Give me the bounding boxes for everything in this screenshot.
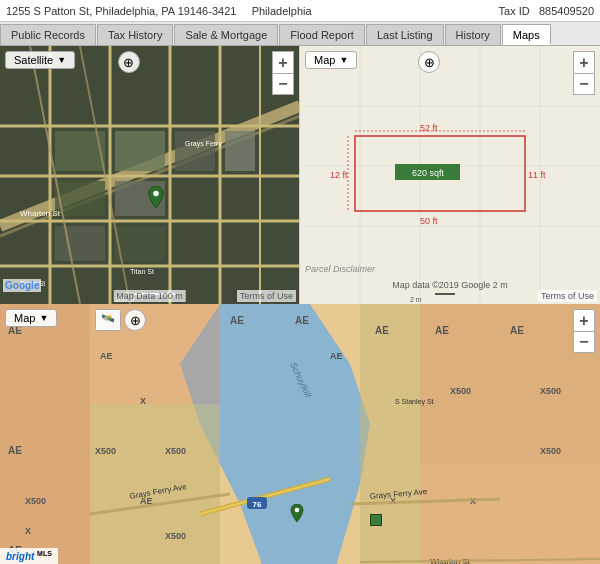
parcel-zoom-in-button[interactable]: + <box>573 51 595 73</box>
parcel-terms[interactable]: Terms of Use <box>538 290 597 302</box>
footer-brand: bright MLS <box>0 548 58 564</box>
parcel-map-bg: 52 ft 12 ft 11 ft 50 ft 620 sqft <box>300 46 600 304</box>
svg-text:11 ft: 11 ft <box>528 170 546 180</box>
city-text: Philadelphia <box>252 5 312 17</box>
parcel-zoom-out-button[interactable]: − <box>573 73 595 95</box>
svg-text:12 ft: 12 ft <box>330 170 348 180</box>
svg-point-95 <box>295 508 300 513</box>
svg-text:2 m: 2 m <box>410 296 422 303</box>
parcel-map-panel: 52 ft 12 ft 11 ft 50 ft 620 sqft <box>300 46 600 304</box>
svg-rect-19 <box>55 226 105 261</box>
svg-text:S Stanley St: S Stanley St <box>395 398 434 406</box>
address-text: 1255 S Patton St, Philadelphia, PA 19146… <box>6 5 236 17</box>
svg-text:AE: AE <box>8 445 22 456</box>
tab-maps[interactable]: Maps <box>502 24 551 45</box>
svg-text:AE: AE <box>100 351 113 361</box>
satellite-zoom-controls: + − <box>272 51 294 95</box>
satellite-terms[interactable]: Terms of Use <box>237 290 296 302</box>
svg-text:X500: X500 <box>540 446 561 456</box>
svg-text:Titan St: Titan St <box>130 268 154 275</box>
svg-text:52 ft: 52 ft <box>420 123 438 133</box>
taxid-value: 885409520 <box>539 5 594 17</box>
svg-text:X500: X500 <box>95 446 116 456</box>
parcel-disclaimer: Parcel Disclaimer <box>305 264 375 274</box>
parcel-map-container: 52 ft 12 ft 11 ft 50 ft 620 sqft <box>300 46 600 304</box>
svg-rect-56 <box>420 464 600 564</box>
svg-text:X500: X500 <box>165 446 186 456</box>
header: 1255 S Patton St, Philadelphia, PA 19146… <box>0 0 600 22</box>
flood-map-pin <box>288 504 306 526</box>
maps-row: Wharton St Grays Ferry Titan St Reed St … <box>0 46 600 304</box>
svg-text:76: 76 <box>253 500 262 509</box>
flood-zoom-out-button[interactable]: − <box>573 331 595 353</box>
svg-rect-50 <box>0 304 90 564</box>
flood-dropdown-arrow: ▼ <box>39 313 48 323</box>
svg-text:AE: AE <box>295 315 309 326</box>
svg-rect-15 <box>175 131 215 171</box>
tab-sale-mortgage[interactable]: Sale & Mortgage <box>174 24 278 45</box>
svg-rect-14 <box>115 131 165 171</box>
satellite-crosshair-button[interactable]: ⊕ <box>118 51 140 73</box>
tab-tax-history[interactable]: Tax History <box>97 24 173 45</box>
satellite-map-panel: Wharton St Grays Ferry Titan St Reed St … <box>0 46 300 304</box>
svg-point-29 <box>153 191 159 197</box>
flood-crosshair-button[interactable]: ⊕ <box>124 309 146 331</box>
flood-map-square-marker <box>370 514 382 526</box>
flood-zoom-in-button[interactable]: + <box>573 309 595 331</box>
svg-rect-54 <box>90 404 220 564</box>
svg-text:620 sqft: 620 sqft <box>412 168 445 178</box>
parcel-crosshair-button[interactable]: ⊕ <box>418 51 440 73</box>
tabs-bar: Public Records Tax History Sale & Mortga… <box>0 22 600 46</box>
taxid-label: Tax ID <box>499 5 530 17</box>
tab-history[interactable]: History <box>445 24 501 45</box>
satellite-map-svg: Wharton St Grays Ferry Titan St Reed St … <box>0 46 300 304</box>
svg-rect-47 <box>435 293 455 295</box>
svg-text:AE: AE <box>330 351 343 361</box>
svg-text:X500: X500 <box>25 496 46 506</box>
tab-flood-report[interactable]: Flood Report <box>279 24 365 45</box>
tax-id: Tax ID 885409520 <box>499 5 594 17</box>
tab-last-listing[interactable]: Last Listing <box>366 24 444 45</box>
parcel-type-selector[interactable]: Map ▼ <box>305 51 357 69</box>
flood-type-selector[interactable]: Map ▼ <box>5 309 57 327</box>
svg-rect-20 <box>115 226 165 261</box>
satellite-zoom-in-button[interactable]: + <box>272 51 294 73</box>
mls-badge: MLS <box>37 550 52 557</box>
svg-text:AE: AE <box>230 315 244 326</box>
parcel-attribution: Map data ©2019 Google 2 m <box>392 280 508 290</box>
brand-name: bright <box>6 551 34 562</box>
satellite-dropdown-arrow: ▼ <box>57 55 66 65</box>
flood-map-panel: AE AE AE X500 X AE X500 X500 AE X500 X50… <box>0 304 600 564</box>
satellite-zoom-out-button[interactable]: − <box>272 73 294 95</box>
svg-text:X500: X500 <box>540 386 561 396</box>
tab-public-records[interactable]: Public Records <box>0 24 96 45</box>
satellite-map-container: Wharton St Grays Ferry Titan St Reed St … <box>0 46 299 304</box>
map-pin <box>145 186 167 212</box>
svg-text:Grays Ferry: Grays Ferry <box>185 140 222 148</box>
google-logo: Google <box>3 279 41 292</box>
flood-zoom-controls: + − <box>573 309 595 353</box>
svg-text:X500: X500 <box>165 531 186 541</box>
flood-map-toolbar: 🛰️ ⊕ <box>95 309 146 331</box>
property-address: 1255 S Patton St, Philadelphia, PA 19146… <box>6 5 489 17</box>
parcel-dropdown-arrow: ▼ <box>339 55 348 65</box>
svg-text:X: X <box>25 526 31 536</box>
flood-type-label: Map <box>14 312 35 324</box>
flood-map-bg: AE AE AE X500 X AE X500 X500 AE X500 X50… <box>0 304 600 564</box>
flood-satellite-toggle[interactable]: 🛰️ <box>95 309 121 331</box>
svg-text:AE: AE <box>510 325 524 336</box>
svg-text:50 ft: 50 ft <box>420 216 438 226</box>
svg-text:Wharton St: Wharton St <box>20 209 61 218</box>
svg-text:X500: X500 <box>450 386 471 396</box>
satellite-map-attribution: Map Data 100 m <box>113 290 186 302</box>
parcel-type-label: Map <box>314 54 335 66</box>
satellite-type-label: Satellite <box>14 54 53 66</box>
parcel-zoom-controls: + − <box>573 51 595 95</box>
svg-rect-55 <box>360 304 420 564</box>
svg-rect-18 <box>225 131 255 171</box>
svg-text:X: X <box>140 396 146 406</box>
svg-text:AE: AE <box>375 325 389 336</box>
svg-text:AE: AE <box>435 325 449 336</box>
satellite-type-selector[interactable]: Satellite ▼ <box>5 51 75 69</box>
